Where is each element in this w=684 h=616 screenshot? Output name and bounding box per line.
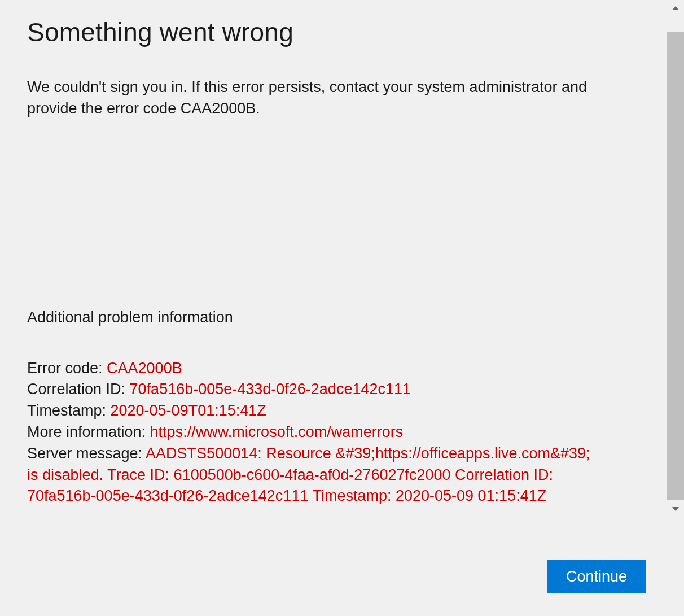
button-bar: Continue bbox=[547, 560, 646, 593]
more-info-value[interactable]: https://www.microsoft.com/wamerrors bbox=[150, 423, 404, 440]
content-area: Something went wrong We couldn't sign yo… bbox=[0, 0, 629, 517]
scroll-up-button[interactable] bbox=[667, 0, 684, 16]
scrollbar-thumb[interactable] bbox=[667, 32, 684, 500]
error-code-value: CAA2000B bbox=[107, 360, 182, 377]
timestamp-line: Timestamp: 2020-05-09T01:15:41Z bbox=[27, 400, 602, 422]
additional-info-title: Additional problem information bbox=[27, 309, 602, 326]
more-info-line: More information: https://www.microsoft.… bbox=[27, 422, 602, 443]
error-dialog: Something went wrong We couldn't sign yo… bbox=[0, 0, 684, 616]
error-code-line: Error code: CAA2000B bbox=[27, 358, 602, 379]
chevron-down-icon bbox=[672, 507, 679, 511]
timestamp-label: Timestamp: bbox=[27, 402, 111, 419]
timestamp-value: 2020-05-09T01:15:41Z bbox=[111, 402, 266, 419]
error-code-label: Error code: bbox=[27, 360, 107, 377]
dialog-title: Something went wrong bbox=[27, 17, 602, 47]
scroll-down-button[interactable] bbox=[667, 501, 684, 517]
chevron-up-icon bbox=[672, 6, 679, 10]
scrollbar-track[interactable] bbox=[667, 0, 684, 517]
dialog-description: We couldn't sign you in. If this error p… bbox=[27, 77, 602, 120]
more-info-label: More information: bbox=[27, 423, 150, 440]
server-message-line: Server message: AADSTS500014: Resource &… bbox=[27, 443, 602, 507]
correlation-id-line: Correlation ID: 70fa516b-005e-433d-0f26-… bbox=[27, 379, 602, 400]
continue-button[interactable]: Continue bbox=[547, 560, 646, 593]
server-message-label: Server message: bbox=[27, 445, 146, 462]
correlation-id-label: Correlation ID: bbox=[27, 381, 130, 397]
correlation-id-value: 70fa516b-005e-433d-0f26-2adce142c111 bbox=[130, 381, 411, 397]
